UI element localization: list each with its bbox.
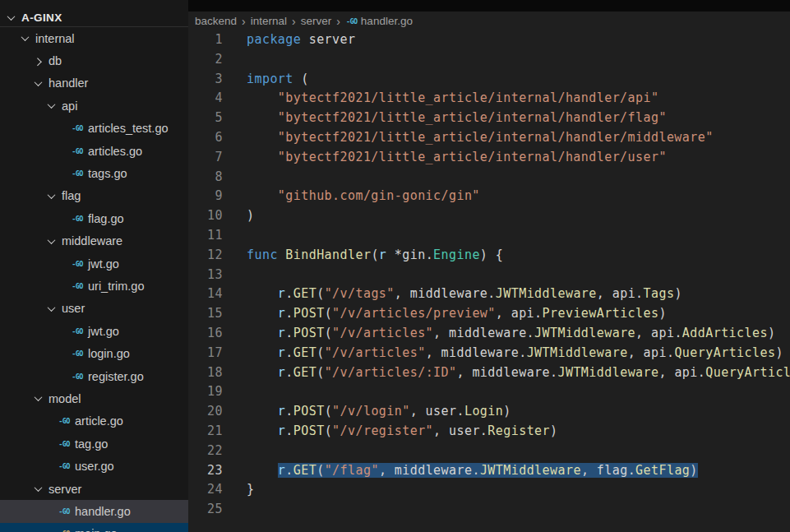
line-number[interactable]: 16 [188,324,223,344]
project-title: A-GINX [21,12,62,24]
code-text[interactable]: ) [223,206,254,226]
tree-item-uri-trim-go[interactable]: -GOuri_trim.go [0,275,188,297]
tree-item-api[interactable]: api [0,95,188,117]
breadcrumb-item[interactable]: server [301,15,332,27]
tree-item-label: flag [62,189,81,202]
line-number[interactable]: 10 [188,206,223,226]
code-text[interactable] [223,500,247,520]
chevron-down-icon [34,483,42,492]
code-text[interactable]: r.POST("/v/articles/preview", api.Previe… [223,304,667,324]
tree-item-handler-go[interactable]: -GOhandler.go [0,500,188,522]
tab-bar [188,0,790,12]
code-text[interactable]: "bytectf2021/little_article/internal/han… [223,89,658,109]
twistie-slot [31,396,44,401]
tree-item-server[interactable]: server [0,478,188,500]
file-tree: internaldbhandlerapi-GOarticles_test.go-… [0,27,188,532]
tree-item-jwt-go[interactable]: -GOjwt.go [0,320,188,342]
line-number[interactable]: 23 [188,461,223,481]
tree-item-user[interactable]: user [0,298,188,320]
vscode-window: A-GINX internaldbhandlerapi-GOarticles_t… [0,0,790,532]
code-text[interactable] [223,168,247,187]
line-number[interactable]: 4 [188,89,223,109]
line-number[interactable]: 1 [188,30,223,50]
go-file-icon: -GO [345,17,358,25]
code-text[interactable]: "bytectf2021/little_article/internal/han… [223,128,714,148]
code-text[interactable] [223,442,247,461]
tree-indent [0,105,44,106]
explorer-section-header[interactable]: A-GINX [0,0,188,27]
code-text[interactable]: r.GET("/v/articles", middleware.JWTMiddl… [223,344,783,363]
tree-item-label: tags.go [88,167,127,180]
tree-item-articles-go[interactable]: -GOarticles.go [0,140,188,162]
line-number[interactable]: 21 [188,422,223,442]
go-file-icon: -GO [58,440,71,448]
tree-item-model[interactable]: model [0,387,188,409]
line-number[interactable]: 19 [188,382,223,402]
line-number[interactable]: 18 [188,363,223,383]
line-number[interactable]: 7 [188,148,223,168]
tree-item-flag[interactable]: flag [0,185,188,207]
code-line: 4 "bytectf2021/little_article/internal/h… [188,89,790,109]
line-number[interactable]: 2 [188,50,223,70]
code-text[interactable]: } [223,480,254,500]
code-line: 6 "bytectf2021/little_article/internal/h… [188,128,790,148]
twistie-slot [44,193,58,199]
line-number[interactable]: 14 [188,285,223,304]
line-number[interactable]: 13 [188,266,223,285]
code-text[interactable]: "github.com/gin-gonic/gin" [223,187,480,206]
line-number[interactable]: 20 [188,402,223,422]
line-number[interactable]: 22 [188,442,223,461]
tree-indent [0,421,44,422]
tree-indent [0,331,58,331]
line-number[interactable]: 12 [188,246,223,266]
tree-item-user-go[interactable]: -GOuser.go [0,455,188,477]
code-text[interactable]: "bytectf2021/little_article/internal/han… [223,148,667,168]
tree-item-login-go[interactable]: -GOlogin.go [0,342,188,364]
tree-item-internal[interactable]: internal [0,27,188,49]
code-editor[interactable]: 1package server23import (4 "bytectf2021/… [188,30,790,532]
tree-item-handler[interactable]: handler [0,72,188,95]
code-text[interactable]: package server [223,30,355,50]
code-text[interactable]: r.POST("/v/articles", middleware.JWTMidd… [223,324,775,344]
line-number[interactable]: 15 [188,304,223,324]
line-number[interactable]: 9 [188,187,223,206]
line-number[interactable]: 25 [188,500,223,520]
breadcrumb-item[interactable]: handler.go [361,15,413,27]
code-text[interactable]: r.POST("/v/login", user.Login) [223,402,511,422]
code-text[interactable] [223,382,247,402]
breadcrumb-separator: › [336,15,340,28]
breadcrumb-item[interactable]: backend [195,15,237,27]
tree-item-main-go[interactable]: -GOmain.go [0,523,188,532]
tree-item-middleware[interactable]: middleware [0,230,188,252]
code-text[interactable]: r.GET("/v/tags", middleware.JWTMiddlewar… [223,285,682,304]
line-number[interactable]: 5 [188,109,223,128]
code-text[interactable]: r.GET("/flag", middleware.JWTMiddleware,… [223,461,698,481]
tree-item-article-go[interactable]: -GOarticle.go [0,410,188,433]
code-text[interactable] [223,50,247,70]
code-text[interactable]: "bytectf2021/little_article/internal/han… [223,109,667,128]
code-text[interactable] [223,226,247,246]
line-number[interactable]: 3 [188,70,223,90]
tree-item-articles-test-go[interactable]: -GOarticles_test.go [0,118,188,140]
tree-item-flag-go[interactable]: -GOflag.go [0,207,188,229]
breadcrumb-item[interactable]: internal [251,15,287,27]
line-number[interactable]: 17 [188,344,223,363]
tree-item-tags-go[interactable]: -GOtags.go [0,162,188,184]
code-line: 7 "bytectf2021/little_article/internal/h… [188,148,790,168]
tree-item-register-go[interactable]: -GOregister.go [0,365,188,387]
code-text[interactable]: func BindHandler(r *gin.Engine) { [223,246,503,266]
line-number[interactable]: 11 [188,226,223,246]
tree-item-jwt-go[interactable]: -GOjwt.go [0,252,188,275]
line-number[interactable]: 8 [188,168,223,187]
line-number[interactable]: 24 [188,480,223,500]
tree-item-db[interactable]: db [0,49,188,72]
tree-item-label: jwt.go [88,257,119,271]
code-text[interactable]: r.GET("/v/articles/:ID", middleware.JWTM… [223,363,790,383]
code-text[interactable]: r.POST("/v/register", user.Register) [223,422,557,442]
tree-item-tag-go[interactable]: -GOtag.go [0,433,188,455]
line-number[interactable]: 6 [188,128,223,148]
breadcrumb: backend›internal›server›-GOhandler.go [188,12,790,30]
code-text[interactable] [223,266,247,285]
code-line: 12func BindHandler(r *gin.Engine) { [188,246,790,266]
code-text[interactable]: import ( [223,70,309,90]
